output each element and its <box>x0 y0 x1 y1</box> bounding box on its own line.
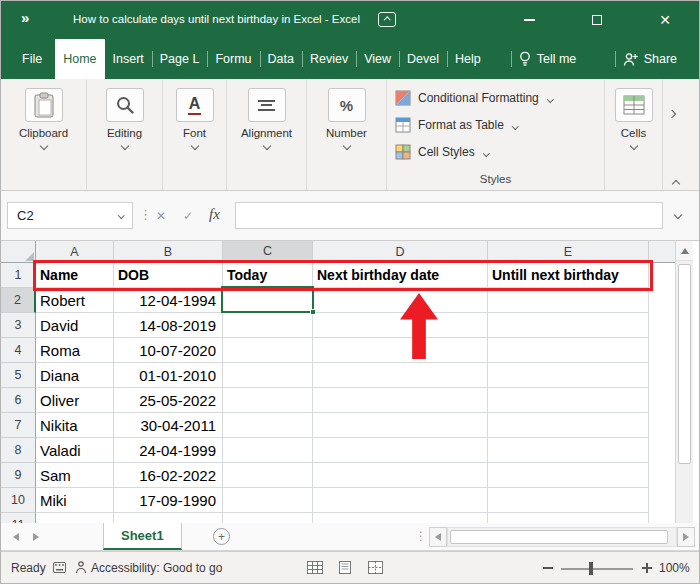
cell[interactable] <box>488 513 649 523</box>
cell[interactable] <box>313 338 488 363</box>
cell[interactable] <box>313 288 488 313</box>
cell[interactable] <box>223 338 313 363</box>
row-header[interactable]: 3 <box>1 313 36 338</box>
cell[interactable] <box>223 313 313 338</box>
row-header[interactable]: 4 <box>1 338 36 363</box>
name-box-splitter[interactable]: ⋮ <box>139 207 152 222</box>
tab-help[interactable]: Help <box>447 39 489 79</box>
cell[interactable]: 17-09-1990 <box>114 488 223 513</box>
row-header[interactable]: 10 <box>1 488 36 513</box>
format-as-table-button[interactable]: Format as Table <box>387 111 604 138</box>
tab-home[interactable]: Home <box>55 39 104 79</box>
cell[interactable] <box>36 513 114 523</box>
cell[interactable]: Nikita <box>36 413 114 438</box>
cell[interactable] <box>313 488 488 513</box>
share-button[interactable]: Share <box>615 39 685 79</box>
cell[interactable] <box>488 463 649 488</box>
sheet-tab-sheet1[interactable]: Sheet1 <box>103 523 182 550</box>
cell[interactable] <box>488 413 649 438</box>
cell[interactable] <box>223 463 313 488</box>
cell[interactable]: Valadi <box>36 438 114 463</box>
zoom-out-button[interactable] <box>543 567 553 569</box>
tab-formulas[interactable]: Formu <box>207 39 259 79</box>
zoom-level[interactable]: 100% <box>659 561 690 575</box>
tab-view[interactable]: View <box>356 39 399 79</box>
cell[interactable] <box>313 363 488 388</box>
cell[interactable] <box>313 513 488 523</box>
cell[interactable] <box>223 438 313 463</box>
cell[interactable] <box>313 438 488 463</box>
number-format-button[interactable]: % <box>328 88 366 122</box>
zoom-in-button[interactable] <box>641 562 653 574</box>
alignment-button[interactable] <box>248 88 286 122</box>
scroll-left-button[interactable] <box>429 527 447 547</box>
expand-formula-bar-icon[interactable] <box>674 211 682 219</box>
ribbon-scroll-right-icon[interactable] <box>669 103 675 121</box>
cell[interactable] <box>313 313 488 338</box>
fill-handle[interactable] <box>310 309 316 315</box>
row-header[interactable]: 7 <box>1 413 36 438</box>
tell-me-button[interactable]: Tell me <box>511 39 585 79</box>
cell[interactable]: Diana <box>36 363 114 388</box>
page-layout-view-button[interactable] <box>338 561 352 574</box>
cell[interactable] <box>313 388 488 413</box>
cell[interactable]: Roma <box>36 338 114 363</box>
formula-input[interactable] <box>235 202 663 229</box>
cell-styles-button[interactable]: Cell Styles <box>387 138 604 165</box>
row-header[interactable]: 1 <box>1 263 36 288</box>
horizontal-scrollbar[interactable] <box>447 527 677 547</box>
cell[interactable] <box>488 338 649 363</box>
cell[interactable] <box>488 438 649 463</box>
cell[interactable]: 30-04-2011 <box>114 413 223 438</box>
cell[interactable]: 14-08-2019 <box>114 313 223 338</box>
ribbon-group-font[interactable]: A Font <box>163 79 227 190</box>
conditional-formatting-button[interactable]: Conditional Formatting <box>387 84 604 111</box>
cell[interactable]: David <box>36 313 114 338</box>
quick-access-toolbar-icon[interactable]: » <box>21 9 28 26</box>
select-all-button[interactable] <box>1 241 36 263</box>
cell[interactable] <box>488 363 649 388</box>
row-header[interactable]: 11 <box>1 513 36 523</box>
page-break-view-button[interactable] <box>368 561 383 574</box>
cell[interactable] <box>223 388 313 413</box>
ribbon-display-options-button[interactable] <box>378 12 396 27</box>
cell[interactable]: Sam <box>36 463 114 488</box>
zoom-slider-track[interactable] <box>561 568 633 570</box>
cell[interactable] <box>488 388 649 413</box>
ribbon-group-editing[interactable]: Editing <box>87 79 163 190</box>
new-sheet-button[interactable]: + <box>213 528 230 545</box>
cell[interactable] <box>488 288 649 313</box>
vertical-scrollbar[interactable] <box>675 241 693 523</box>
scroll-right-button[interactable] <box>677 527 695 547</box>
font-button[interactable]: A <box>176 88 214 122</box>
cell[interactable]: 16-02-2022 <box>114 463 223 488</box>
row-header[interactable]: 2 <box>1 288 36 313</box>
enter-entry-button[interactable]: ✓ <box>183 209 193 223</box>
row-header[interactable]: 9 <box>1 463 36 488</box>
cell[interactable] <box>223 513 313 523</box>
cell[interactable] <box>313 463 488 488</box>
tab-page-layout[interactable]: Page L <box>152 39 208 79</box>
row-header[interactable]: 5 <box>1 363 36 388</box>
tab-insert[interactable]: Insert <box>105 39 152 79</box>
cell[interactable]: 10-07-2020 <box>114 338 223 363</box>
cell[interactable]: 24-04-1999 <box>114 438 223 463</box>
cells-button[interactable] <box>615 88 653 122</box>
close-button[interactable]: ✕ <box>647 1 683 39</box>
horizontal-scrollbar-thumb[interactable] <box>450 530 668 544</box>
collapse-ribbon-icon[interactable] <box>673 173 679 191</box>
cell[interactable]: Miki <box>36 488 114 513</box>
scroll-up-button[interactable] <box>676 241 693 261</box>
cell[interactable] <box>223 413 313 438</box>
macro-record-icon[interactable] <box>53 562 66 573</box>
cell[interactable] <box>223 488 313 513</box>
tab-data[interactable]: Data <box>260 39 302 79</box>
cell[interactable]: Oliver <box>36 388 114 413</box>
cell[interactable] <box>488 488 649 513</box>
cell[interactable] <box>313 413 488 438</box>
minimize-button[interactable] <box>513 1 545 39</box>
ribbon-group-clipboard[interactable]: Clipboard <box>1 79 87 190</box>
normal-view-button[interactable] <box>307 561 323 574</box>
insert-function-button[interactable]: fx <box>209 206 220 223</box>
cell[interactable] <box>223 363 313 388</box>
